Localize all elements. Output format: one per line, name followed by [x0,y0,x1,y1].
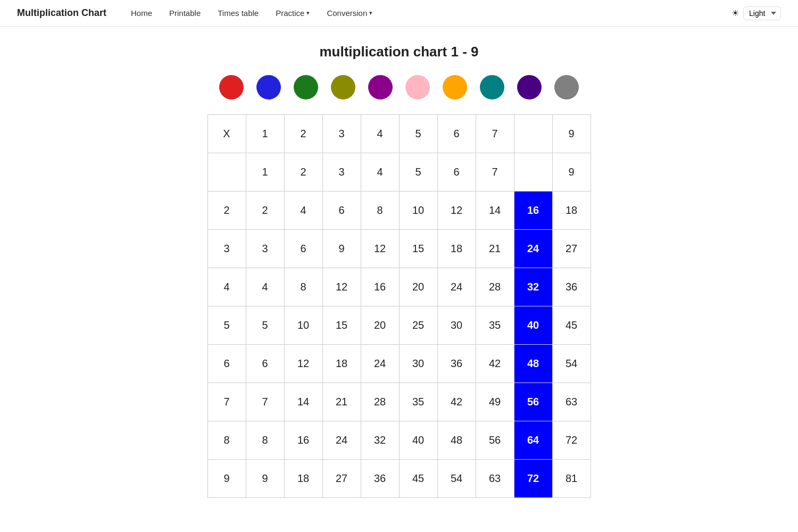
table-cell[interactable]: 14 [284,383,322,421]
table-cell[interactable]: 20 [361,306,399,345]
color-dot-olive[interactable] [331,75,355,99]
nav-link-times-table[interactable]: Times table [210,4,266,22]
nav-link-printable[interactable]: Printable [162,4,208,22]
table-cell[interactable]: 12 [437,192,476,230]
table-cell[interactable]: 30 [399,345,437,383]
table-cell[interactable]: 24 [322,421,361,460]
table-cell[interactable]: 54 [437,460,476,498]
table-cell[interactable]: 2 [284,153,322,192]
table-cell[interactable]: 4 [361,153,399,192]
table-cell[interactable]: 48 [437,421,476,460]
table-cell[interactable]: 8 [361,192,399,230]
table-cell[interactable]: 6 [322,192,361,230]
table-cell[interactable]: 5 [399,153,437,192]
table-cell[interactable]: 56 [476,421,514,460]
table-cell[interactable]: 36 [552,268,591,306]
table-cell[interactable]: 63 [552,383,591,421]
table-cell[interactable]: 24 [437,268,476,306]
table-cell[interactable]: 10 [284,306,322,345]
table-cell[interactable]: 56 [514,383,552,421]
table-cell[interactable]: 18 [322,345,361,383]
table-cell[interactable]: 8 [284,268,322,306]
table-cell[interactable]: 4 [246,268,284,306]
table-cell[interactable]: 24 [514,230,552,268]
table-cell[interactable]: 1 [246,153,284,192]
table-cell[interactable]: 72 [514,460,552,498]
color-dot-gray[interactable] [554,75,579,99]
table-cell[interactable]: 9 [207,460,246,498]
table-cell[interactable]: 7 [476,153,514,192]
table-cell[interactable]: 18 [437,230,476,268]
color-dot-orange[interactable] [443,75,467,99]
table-cell[interactable]: 40 [514,306,552,345]
table-cell[interactable]: 12 [284,345,322,383]
table-cell[interactable]: 35 [476,306,514,345]
table-cell[interactable]: 32 [514,268,552,306]
table-cell[interactable]: 25 [399,306,437,345]
table-cell[interactable]: 12 [361,230,399,268]
color-dot-blue[interactable] [256,75,281,99]
table-cell[interactable]: 12 [322,268,361,306]
table-cell[interactable]: 9 [322,230,361,268]
color-dot-green[interactable] [294,75,318,99]
table-cell[interactable]: 6 [207,345,246,383]
table-cell[interactable]: 35 [399,383,437,421]
table-cell[interactable]: 3 [207,230,246,268]
table-cell[interactable]: 16 [361,268,399,306]
table-cell[interactable]: 6 [437,153,476,192]
table-cell[interactable]: 9 [246,460,284,498]
color-dot-teal[interactable] [480,75,504,99]
table-cell[interactable]: 16 [284,421,322,460]
table-cell[interactable]: 49 [476,383,514,421]
table-cell[interactable]: 10 [399,192,437,230]
table-cell[interactable]: 54 [552,345,591,383]
table-cell[interactable]: 36 [361,460,399,498]
table-cell[interactable]: 6 [246,345,284,383]
table-cell[interactable]: 2 [207,192,246,230]
table-cell[interactable]: 18 [284,460,322,498]
table-cell[interactable]: 27 [552,230,591,268]
table-cell[interactable]: 7 [207,383,246,421]
table-cell[interactable]: 4 [207,268,246,306]
table-cell[interactable]: 42 [476,345,514,383]
table-cell[interactable]: 14 [476,192,514,230]
color-dot-indigo[interactable] [517,75,542,99]
table-cell[interactable]: 15 [322,306,361,345]
table-cell[interactable]: 8 [246,421,284,460]
table-cell[interactable]: 45 [399,460,437,498]
nav-link-home[interactable]: Home [123,4,160,22]
table-cell[interactable]: 30 [437,306,476,345]
table-cell[interactable]: 9 [552,153,591,192]
nav-link-practice[interactable]: Practice▾ [268,4,317,22]
table-cell[interactable]: 6 [284,230,322,268]
table-cell[interactable]: 28 [361,383,399,421]
table-cell[interactable]: 45 [552,306,591,345]
table-cell[interactable]: 20 [399,268,437,306]
table-cell[interactable]: 4 [284,192,322,230]
table-cell[interactable]: 3 [246,230,284,268]
table-cell[interactable]: 5 [207,306,246,345]
nav-link-conversion[interactable]: Conversion▾ [319,4,380,22]
table-cell[interactable]: 36 [437,345,476,383]
table-cell[interactable]: 27 [322,460,361,498]
table-cell[interactable]: 1 [207,153,246,192]
table-cell[interactable]: 5 [246,306,284,345]
table-cell[interactable]: 7 [246,383,284,421]
table-cell[interactable]: 40 [399,421,437,460]
table-cell[interactable]: 21 [322,383,361,421]
table-cell[interactable]: 63 [476,460,514,498]
table-cell[interactable]: 3 [322,153,361,192]
table-cell[interactable]: 64 [514,421,552,460]
table-cell[interactable]: 48 [514,345,552,383]
table-cell[interactable]: 2 [246,192,284,230]
color-dot-purple[interactable] [368,75,393,99]
table-cell[interactable]: 72 [552,421,591,460]
table-cell[interactable]: 28 [476,268,514,306]
table-cell[interactable]: 8 [514,153,552,192]
table-cell[interactable]: 15 [399,230,437,268]
color-dot-pink[interactable] [405,75,430,99]
theme-select[interactable]: LightDark [743,6,781,20]
table-cell[interactable]: 24 [361,345,399,383]
table-cell[interactable]: 16 [514,192,552,230]
table-cell[interactable]: 42 [437,383,476,421]
